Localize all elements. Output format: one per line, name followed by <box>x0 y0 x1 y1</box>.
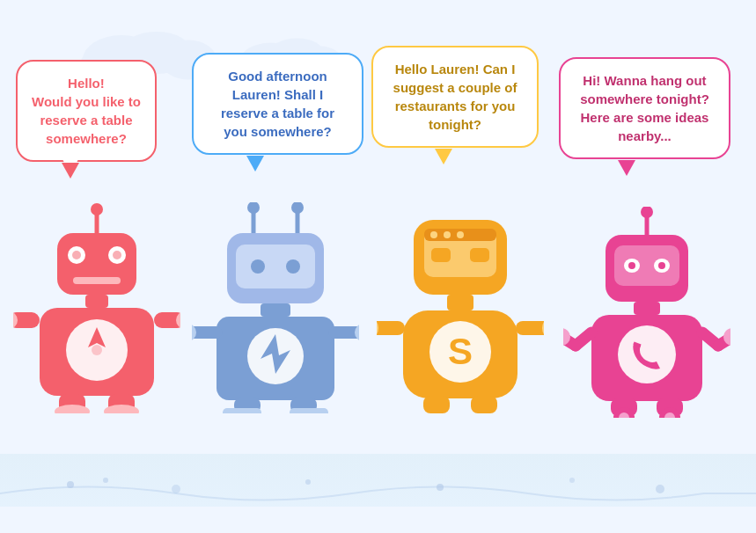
svg-point-91 <box>305 479 311 485</box>
svg-rect-53 <box>431 248 451 262</box>
svg-rect-14 <box>73 277 121 284</box>
svg-point-8 <box>91 203 103 215</box>
robot3-svg: S <box>377 202 544 413</box>
svg-rect-63 <box>423 396 450 413</box>
svg-rect-64 <box>471 396 497 413</box>
svg-point-31 <box>291 202 304 214</box>
svg-point-35 <box>286 259 300 274</box>
svg-point-51 <box>444 231 451 238</box>
speech-bubble-robot1: Hello!Would you like toreserve a tableso… <box>16 60 157 162</box>
svg-point-94 <box>656 485 664 493</box>
robot1-svg <box>13 202 180 413</box>
svg-point-34 <box>251 259 265 274</box>
robot4-svg <box>563 207 730 418</box>
bubble2-text: Good afternoon Lauren! Shall I reserve a… <box>221 69 334 139</box>
svg-rect-45 <box>223 408 261 413</box>
svg-point-66 <box>641 207 653 218</box>
main-scene: Hello!Would you like toreserve a tableso… <box>0 0 756 533</box>
svg-point-93 <box>569 478 575 483</box>
bubble1-text: Hello!Would you like toreserve a tableso… <box>32 76 141 146</box>
svg-point-50 <box>430 231 437 238</box>
svg-rect-60 <box>516 321 544 335</box>
svg-rect-36 <box>261 303 290 317</box>
svg-point-61 <box>377 318 378 339</box>
svg-rect-73 <box>634 302 660 315</box>
svg-rect-54 <box>470 248 489 262</box>
svg-rect-59 <box>377 321 405 335</box>
svg-point-72 <box>658 262 665 269</box>
robot2-svg <box>192 202 359 413</box>
svg-point-71 <box>628 262 635 269</box>
svg-point-12 <box>72 251 81 259</box>
svg-point-89 <box>103 478 108 483</box>
svg-point-75 <box>618 325 676 383</box>
svg-rect-9 <box>57 233 136 295</box>
svg-rect-46 <box>290 408 328 413</box>
svg-rect-33 <box>236 245 315 288</box>
svg-rect-55 <box>447 295 473 310</box>
svg-text:S: S <box>448 331 473 372</box>
svg-point-13 <box>113 251 121 259</box>
svg-point-62 <box>542 318 544 339</box>
svg-point-30 <box>247 202 260 214</box>
bubble4-text: Hi! Wanna hang out somewhere tonight? He… <box>580 73 709 143</box>
svg-point-52 <box>457 231 464 238</box>
svg-rect-15 <box>85 295 108 308</box>
bubble1-inner: Hello!Would you like toreserve a tableso… <box>32 74 141 148</box>
speech-bubble-robot3: Hello Lauren! Can I suggest a couple of … <box>371 46 539 148</box>
speech-bubble-robot2: Good afternoon Lauren! Shall I reserve a… <box>192 53 363 155</box>
bubble3-text: Hello Lauren! Can I suggest a couple of … <box>393 62 517 132</box>
svg-point-19 <box>92 345 102 355</box>
speech-bubble-robot4: Hi! Wanna hang out somewhere tonight? He… <box>559 57 730 159</box>
bottom-dots <box>0 463 756 507</box>
